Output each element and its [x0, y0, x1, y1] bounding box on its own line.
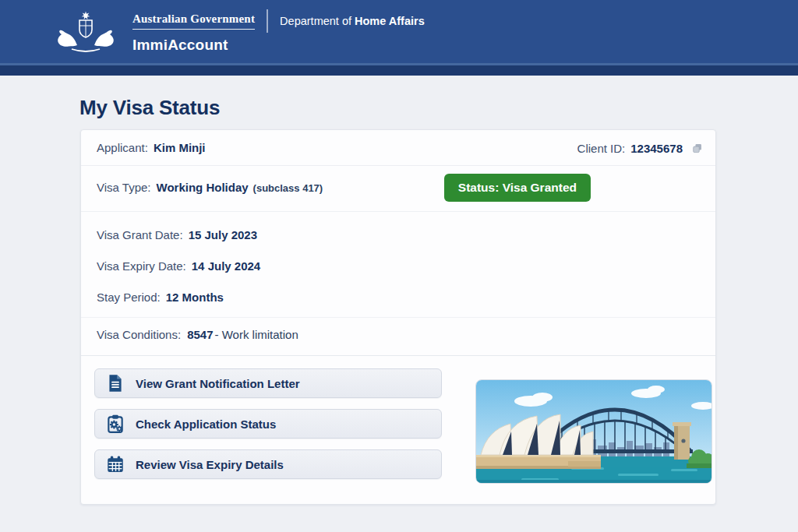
document-icon [105, 373, 125, 393]
applicant-row: Applicant:Kim Minji Client ID:12345678 [81, 130, 715, 166]
visa-conditions-code: 8547 [187, 328, 213, 341]
sydney-harbour-illustration [475, 379, 712, 484]
copy-icon[interactable] [691, 143, 703, 154]
visa-subclass: (subclass 417) [253, 182, 323, 194]
australian-coat-of-arms-icon [51, 9, 120, 57]
immiaccount-logo: ImmiAccount [132, 37, 425, 54]
visa-type-value: Working Holiday [157, 181, 249, 194]
applicant-field: Applicant:Kim Minji [97, 141, 206, 155]
applicant-name: Kim Minji [154, 141, 206, 154]
visa-grant-date-row: Visa Grant Date:15 July 2023 [97, 220, 700, 251]
client-id-value: 12345678 [630, 142, 683, 155]
australian-government-label: Australian Government [132, 12, 255, 30]
calendar-icon [105, 454, 125, 474]
review-visa-expiry-button[interactable]: Review Visa Expiry Details [94, 449, 442, 479]
action-buttons: View Grant Notification Letter [94, 368, 442, 479]
header-accent-strip [0, 63, 798, 76]
visa-conditions-row: Visa Conditions:8547- Work limitation [81, 317, 715, 355]
visa-conditions-label: Visa Conditions: [97, 328, 181, 341]
actions-section: View Grant Notification Letter [81, 355, 715, 504]
stay-period-row: Stay Period:12 Months [97, 282, 700, 313]
app-header: Australian Government Department ofHome … [0, 0, 798, 76]
action-label: View Grant Notification Letter [136, 377, 300, 390]
status-badge: Status: Visa Granted [444, 174, 591, 202]
visa-type-row: Visa Type:Working Holiday(subclass 417) … [81, 166, 715, 212]
visa-expiry-date-row: Visa Expiry Date:14 July 2024 [97, 251, 700, 282]
check-application-status-button[interactable]: Check Application Status [94, 409, 442, 439]
visa-type-label: Visa Type: [97, 181, 151, 194]
header-divider [267, 9, 268, 33]
action-label: Check Application Status [136, 417, 276, 431]
department-label: Department ofHome Affairs [280, 15, 425, 27]
client-id-field: Client ID:12345678 [577, 142, 703, 155]
page-title: My Visa Status [79, 96, 798, 120]
clipboard-gear-icon [105, 414, 125, 434]
action-label: Review Visa Expiry Details [136, 458, 284, 471]
main-content: My Visa Status Applicant:Kim Minji Clien… [0, 96, 798, 505]
client-id-label: Client ID: [577, 142, 626, 155]
visa-type-field: Visa Type:Working Holiday(subclass 417) [97, 181, 323, 195]
visa-status-card: Applicant:Kim Minji Client ID:12345678 V… [80, 129, 716, 505]
applicant-label: Applicant: [97, 141, 148, 154]
visa-conditions-text: - Work limitation [215, 328, 298, 341]
visa-details-list: Visa Grant Date:15 July 2023 Visa Expiry… [81, 212, 715, 317]
view-grant-letter-button[interactable]: View Grant Notification Letter [94, 368, 442, 398]
